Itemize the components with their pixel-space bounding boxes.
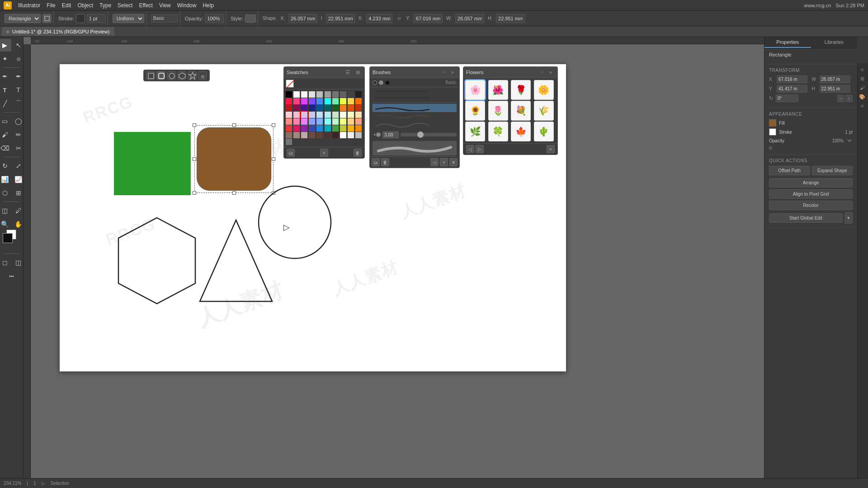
brush-size-input[interactable] (382, 131, 399, 138)
brush-options-2[interactable]: ✕ (449, 158, 458, 166)
brush-dot-medium[interactable] (379, 80, 383, 85)
swatch-12[interactable] (301, 98, 307, 104)
swatch-40[interactable] (286, 118, 292, 125)
swatch-64[interactable] (316, 132, 323, 138)
close-tab-icon[interactable]: ✕ (6, 29, 9, 34)
expand-shape-btn[interactable]: Expand Shape (812, 166, 853, 175)
menu-file[interactable]: File (47, 2, 55, 9)
swatch-69[interactable] (355, 132, 362, 138)
flowers-next-btn[interactable]: ▷ (476, 145, 484, 153)
flower-item-11[interactable]: 🌵 (534, 122, 554, 141)
scissors-tool[interactable]: ✂ (12, 142, 24, 155)
swatch-15[interactable] (325, 98, 331, 104)
arc-tool[interactable]: ⌒ (12, 97, 24, 110)
swatch-61[interactable] (293, 132, 300, 138)
shape-tb-more[interactable]: ⊞ (198, 71, 207, 80)
flower-item-6[interactable]: 💐 (511, 101, 531, 121)
swatch-38[interactable] (348, 112, 354, 118)
flip-v-btn[interactable]: ↕ (845, 95, 853, 102)
shape-tb-polygon[interactable] (178, 71, 186, 80)
add-anchor-tool[interactable]: ✒ (12, 70, 24, 83)
rotation-input[interactable] (776, 94, 798, 102)
menu-view[interactable]: View (159, 2, 171, 9)
swatch-37[interactable] (340, 112, 346, 118)
swatch-39[interactable] (355, 112, 362, 118)
shape-selector[interactable]: Rectangle (5, 14, 41, 23)
swatch-58[interactable] (348, 125, 354, 131)
swatch-45[interactable] (325, 118, 331, 125)
handle-bm[interactable] (232, 191, 236, 195)
flip-h-btn[interactable]: ↔ (837, 95, 844, 102)
brown-rounded-rect[interactable] (197, 127, 271, 191)
brush-item-3[interactable] (373, 104, 457, 112)
flowers-close-icon[interactable]: × (547, 68, 555, 76)
swatch-5[interactable] (325, 91, 331, 98)
coord-w-input[interactable] (414, 14, 443, 23)
start-global-btn[interactable]: Start Global Edit (769, 213, 843, 223)
brushes-panel-header[interactable]: Brushes – × (370, 67, 459, 78)
delete-swatch-btn[interactable]: 🗑 (354, 149, 362, 157)
opacity-input[interactable] (205, 14, 224, 23)
brush-library-btn[interactable]: 🗂 (372, 158, 380, 166)
rectangle-tool[interactable]: ▭ (0, 115, 11, 127)
flower-item-2[interactable]: 🌹 (511, 80, 531, 100)
handle-tr[interactable] (272, 123, 275, 127)
brush-item-5[interactable] (373, 120, 457, 128)
lasso-tool[interactable]: ⌾ (12, 52, 24, 65)
menu-window[interactable]: Window (177, 2, 197, 9)
stroke-color-box[interactable] (76, 14, 85, 23)
tab-properties[interactable]: Properties (764, 37, 811, 48)
flower-item-0[interactable]: 🌸 (465, 80, 485, 100)
swatch-10[interactable] (286, 98, 292, 104)
brush-item-4[interactable] (373, 112, 457, 120)
swatch-50[interactable] (286, 125, 292, 131)
swatch-27[interactable] (340, 105, 346, 111)
handle-tl[interactable] (193, 123, 196, 127)
pen-tool[interactable]: ✒ (0, 70, 11, 83)
swatch-70[interactable] (286, 139, 292, 145)
brush-delete-btn[interactable]: 🗑 (381, 158, 389, 166)
ellipse-tool[interactable]: ◯ (12, 115, 24, 127)
screen-mode-tool[interactable]: ◻ (0, 256, 11, 269)
swatch-11[interactable] (293, 98, 300, 104)
flower-item-8[interactable]: 🌿 (465, 122, 485, 141)
flowers-collapse-icon[interactable]: – (538, 68, 545, 75)
swatch-24[interactable] (316, 105, 323, 111)
align-icon[interactable]: ≡ (858, 101, 867, 110)
swatch-1[interactable] (293, 91, 300, 98)
eraser-tool[interactable]: ⌫ (0, 142, 11, 155)
flower-item-3[interactable]: 🌼 (534, 80, 554, 100)
swatch-library-btn[interactable]: 🗂 (287, 149, 295, 157)
menu-edit[interactable]: Edit (62, 2, 71, 9)
swatch-13[interactable] (309, 98, 315, 104)
swatch-55[interactable] (325, 125, 331, 131)
swatch-51[interactable] (293, 125, 300, 131)
swatch-49[interactable] (355, 118, 362, 125)
align-pixel-btn[interactable]: Align to Pixel Grid (769, 189, 853, 199)
document-tab[interactable]: ✕ Untitled-1* @ 234.11% (RGB/GPU Preview… (2, 27, 114, 36)
swatch-0[interactable] (286, 91, 292, 98)
none-swatch[interactable] (286, 80, 294, 88)
swatch-63[interactable] (309, 132, 315, 138)
shape-tb-rect[interactable] (146, 71, 155, 80)
hexagon-shape[interactable] (112, 213, 202, 308)
brush-size-slider[interactable] (401, 133, 457, 136)
brushes-close-icon[interactable]: × (448, 68, 457, 76)
swatch-3[interactable] (309, 91, 315, 98)
swatch-2[interactable] (301, 91, 307, 98)
swatch-47[interactable] (340, 118, 346, 125)
paintbrush-tool[interactable]: 🖌 (0, 128, 11, 141)
swatch-57[interactable] (340, 125, 346, 131)
swatch-21[interactable] (293, 105, 300, 111)
coord-x2-input[interactable] (366, 14, 392, 23)
brush-dot-small[interactable] (373, 80, 377, 85)
brush-selector[interactable]: Basic (151, 14, 178, 23)
swatch-36[interactable] (332, 112, 339, 118)
swatch-31[interactable] (293, 112, 300, 118)
shape-tb-circle[interactable] (167, 71, 175, 80)
swatch-22[interactable] (301, 105, 307, 111)
brushes-collapse-icon[interactable]: – (440, 68, 447, 75)
swatch-46[interactable] (332, 118, 339, 125)
opacity-expand-icon[interactable] (846, 137, 853, 144)
canvas-area[interactable]: 50 100 150 200 250 300 350 RRCG 人人素材 RRC… (24, 37, 764, 478)
